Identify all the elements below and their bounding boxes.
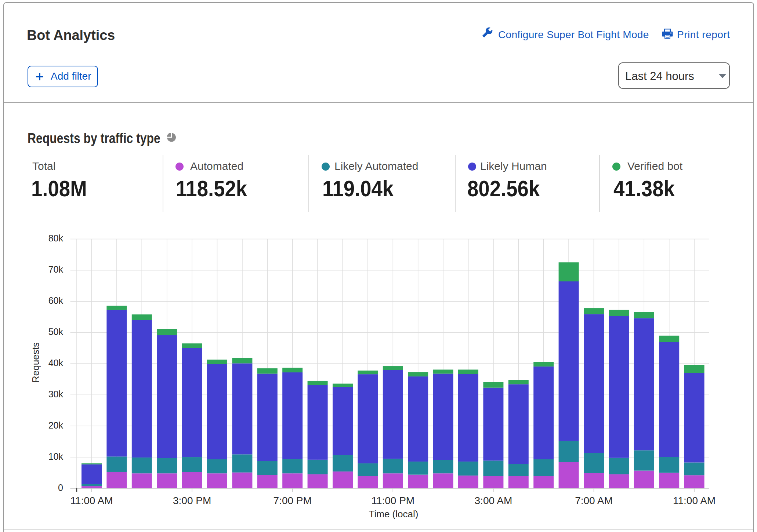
svg-text:3:00 PM: 3:00 PM — [173, 495, 211, 506]
svg-text:50k: 50k — [48, 327, 64, 337]
svg-text:7:00 AM: 7:00 AM — [575, 495, 613, 506]
svg-text:20k: 20k — [48, 420, 64, 430]
svg-text:0: 0 — [58, 482, 63, 493]
svg-text:10k: 10k — [48, 451, 64, 462]
svg-text:30k: 30k — [48, 389, 64, 399]
svg-text:11:00 PM: 11:00 PM — [371, 495, 414, 506]
svg-text:Time (local): Time (local) — [369, 509, 419, 520]
svg-text:11:00 AM: 11:00 AM — [673, 495, 716, 506]
svg-text:60k: 60k — [48, 295, 64, 306]
svg-text:3:00 AM: 3:00 AM — [475, 495, 512, 506]
svg-text:80k: 80k — [48, 233, 64, 243]
svg-text:Requests: Requests — [30, 342, 41, 383]
svg-text:70k: 70k — [48, 264, 64, 274]
svg-text:11:00 AM: 11:00 AM — [70, 495, 113, 506]
svg-text:40k: 40k — [48, 358, 64, 368]
svg-text:7:00 PM: 7:00 PM — [274, 495, 312, 506]
